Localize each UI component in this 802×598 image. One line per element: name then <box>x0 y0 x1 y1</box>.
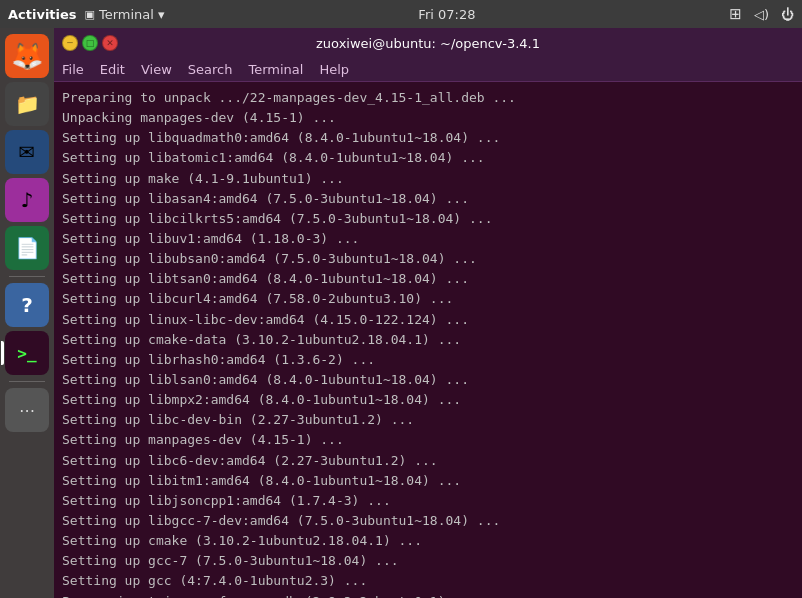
launcher-icon-help[interactable]: ? <box>5 283 49 327</box>
terminal-line: Setting up gcc (4:7.4.0-1ubuntu2.3) ... <box>62 571 794 591</box>
power-icon[interactable]: ⏻ <box>781 7 794 22</box>
terminal-title: zuoxiwei@ubuntu: ~/opencv-3.4.1 <box>118 36 738 51</box>
files-icon: 📁 <box>15 92 40 116</box>
terminal-window: ─ □ ✕ zuoxiwei@ubuntu: ~/opencv-3.4.1 Fi… <box>54 28 802 598</box>
launcher-separator <box>9 276 45 277</box>
menu-edit[interactable]: Edit <box>100 62 125 77</box>
libreoffice-icon: 📄 <box>15 236 40 260</box>
terminal-line: Setting up make (4.1-9.1ubuntu1) ... <box>62 169 794 189</box>
system-bar-right: ⊞ ◁) ⏻ <box>729 5 794 23</box>
terminal-line: Setting up libcilkrts5:amd64 (7.5.0-3ubu… <box>62 209 794 229</box>
network-icon[interactable]: ⊞ <box>729 5 742 23</box>
launcher-icon-files[interactable]: 📁 <box>5 82 49 126</box>
terminal-dropdown-icon[interactable]: ▾ <box>158 7 165 22</box>
help-icon: ? <box>21 293 33 317</box>
terminal-line: Setting up libc6-dev:amd64 (2.27-3ubuntu… <box>62 451 794 471</box>
terminal-line: Setting up libubsan0:amd64 (7.5.0-3ubunt… <box>62 249 794 269</box>
volume-icon[interactable]: ◁) <box>754 7 769 22</box>
terminal-label: Terminal <box>99 7 154 22</box>
terminal-line: Setting up libc-dev-bin (2.27-3ubuntu1.2… <box>62 410 794 430</box>
terminal-titlebar: ─ □ ✕ zuoxiwei@ubuntu: ~/opencv-3.4.1 <box>54 28 802 58</box>
terminal-lines: Preparing to unpack .../22-manpages-dev_… <box>62 88 794 598</box>
menu-terminal[interactable]: Terminal <box>248 62 303 77</box>
launcher-icon-rhythmbox[interactable]: ♪ <box>5 178 49 222</box>
firefox-icon: 🦊 <box>11 41 43 71</box>
system-bar-center: Fri 07:28 <box>418 7 475 22</box>
minimize-button[interactable]: ─ <box>62 35 78 51</box>
launcher-icon-firefox[interactable]: 🦊 <box>5 34 49 78</box>
terminal-line: Unpacking manpages-dev (4.15-1) ... <box>62 108 794 128</box>
maximize-button[interactable]: □ <box>82 35 98 51</box>
terminal-line: Preparing to unpack .../22-manpages-dev_… <box>62 88 794 108</box>
clock: Fri 07:28 <box>418 7 475 22</box>
launcher-icon-libreoffice[interactable]: 📄 <box>5 226 49 270</box>
launcher-separator-2 <box>9 381 45 382</box>
terminal-line: Setting up libtsan0:amd64 (8.4.0-1ubuntu… <box>62 269 794 289</box>
system-bar-left: Activities ▣ Terminal ▾ <box>8 7 164 22</box>
menu-bar: File Edit View Search Terminal Help <box>54 58 802 82</box>
activities-label[interactable]: Activities <box>8 7 77 22</box>
terminal-content[interactable]: Preparing to unpack .../22-manpages-dev_… <box>54 82 802 598</box>
system-bar: Activities ▣ Terminal ▾ Fri 07:28 ⊞ ◁) ⏻ <box>0 0 802 28</box>
terminal-line: Setting up libcurl4:amd64 (7.58.0-2ubunt… <box>62 289 794 309</box>
menu-search[interactable]: Search <box>188 62 233 77</box>
launcher-icon-apps[interactable]: ⋯ <box>5 388 49 432</box>
terminal-line: Setting up libjsoncpp1:amd64 (1.7.4-3) .… <box>62 491 794 511</box>
terminal-line: Setting up librhash0:amd64 (1.3.6-2) ... <box>62 350 794 370</box>
terminal-line: Setting up manpages-dev (4.15-1) ... <box>62 430 794 450</box>
menu-file[interactable]: File <box>62 62 84 77</box>
terminal-line: Setting up linux-libc-dev:amd64 (4.15.0-… <box>62 310 794 330</box>
terminal-line: Setting up libquadmath0:amd64 (8.4.0-1ub… <box>62 128 794 148</box>
apps-grid-icon: ⋯ <box>19 401 35 420</box>
thunderbird-icon: ✉ <box>19 140 36 164</box>
terminal-menu-icon: ▣ <box>85 8 95 21</box>
terminal-line: Processing triggers for man-db (2.8.3-2u… <box>62 592 794 598</box>
terminal-line: Setting up gcc-7 (7.5.0-3ubuntu1~18.04) … <box>62 551 794 571</box>
terminal-indicator[interactable]: ▣ Terminal ▾ <box>85 7 165 22</box>
rhythmbox-icon: ♪ <box>21 188 34 212</box>
terminal-icon: >_ <box>17 344 36 363</box>
terminal-line: Setting up libgcc-7-dev:amd64 (7.5.0-3ub… <box>62 511 794 531</box>
terminal-line: Setting up libasan4:amd64 (7.5.0-3ubuntu… <box>62 189 794 209</box>
close-button[interactable]: ✕ <box>102 35 118 51</box>
menu-help[interactable]: Help <box>319 62 349 77</box>
menu-view[interactable]: View <box>141 62 172 77</box>
launcher-icon-thunderbird[interactable]: ✉ <box>5 130 49 174</box>
launcher: 🦊 📁 ✉ ♪ 📄 ? >_ ⋯ <box>0 28 54 598</box>
terminal-line: Setting up liblsan0:amd64 (8.4.0-1ubuntu… <box>62 370 794 390</box>
terminal-line: Setting up cmake-data (3.10.2-1ubuntu2.1… <box>62 330 794 350</box>
launcher-icon-terminal[interactable]: >_ <box>5 331 49 375</box>
terminal-line: Setting up libatomic1:amd64 (8.4.0-1ubun… <box>62 148 794 168</box>
window-controls[interactable]: ─ □ ✕ <box>62 35 118 51</box>
terminal-line: Setting up libmpx2:amd64 (8.4.0-1ubuntu1… <box>62 390 794 410</box>
terminal-line: Setting up libitm1:amd64 (8.4.0-1ubuntu1… <box>62 471 794 491</box>
terminal-line: Setting up cmake (3.10.2-1ubuntu2.18.04.… <box>62 531 794 551</box>
terminal-line: Setting up libuv1:amd64 (1.18.0-3) ... <box>62 229 794 249</box>
